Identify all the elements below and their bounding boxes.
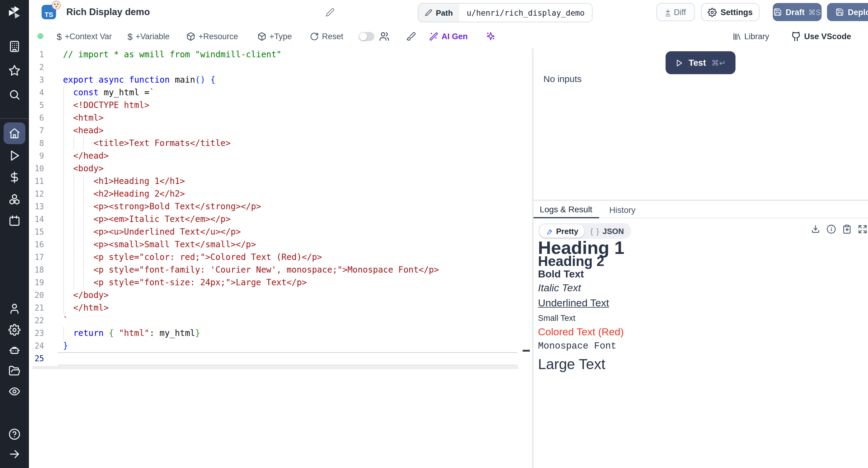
draft-button[interactable]: Draft ⌘S bbox=[773, 3, 822, 21]
add-type-button[interactable]: +Type bbox=[257, 32, 292, 41]
tab-logs-and-result[interactable]: Logs & Result bbox=[533, 201, 599, 218]
line-number: 2 bbox=[29, 61, 44, 74]
code-line-1: 1// import * as wmill from "windmill-cli… bbox=[29, 48, 533, 61]
settings-button[interactable]: Settings bbox=[701, 3, 760, 21]
runs-play-icon[interactable] bbox=[8, 150, 21, 162]
search-icon[interactable] bbox=[8, 89, 21, 101]
result-actions bbox=[810, 224, 867, 234]
workers-robot-icon[interactable] bbox=[8, 344, 21, 356]
line-number: 24 bbox=[29, 340, 44, 352]
line-number: 4 bbox=[29, 86, 44, 99]
path-input[interactable]: u/henri/rich_display_demo bbox=[459, 4, 592, 22]
add-context-var-button[interactable]: $ +Context Var bbox=[57, 31, 112, 41]
diff-icon: ± bbox=[665, 8, 670, 16]
code-line-6: 6 <html> bbox=[29, 112, 533, 124]
code-line-24: 24} bbox=[29, 340, 533, 352]
code-line-16: 16 <p><small>Small Text</small></p> bbox=[29, 238, 533, 251]
dollar-icon: $ bbox=[127, 31, 133, 41]
result-tabs: Logs & Result History bbox=[533, 201, 868, 218]
path-field[interactable]: Path u/henri/rich_display_demo bbox=[418, 3, 592, 22]
folders-icon[interactable] bbox=[8, 365, 21, 377]
sidebar-item-home[interactable] bbox=[4, 122, 25, 144]
rendered-result: Heading 1Heading 2Bold TextItalic TextUn… bbox=[538, 238, 864, 373]
expand-sidebar-arrow-icon[interactable] bbox=[8, 448, 21, 460]
library-button[interactable]: Library bbox=[732, 32, 769, 41]
package-icon bbox=[257, 32, 267, 41]
line-number: 6 bbox=[29, 112, 44, 124]
editor-toolbar: $ +Context Var $ +Variable +Resource +Ty… bbox=[29, 24, 868, 49]
library-icon bbox=[732, 32, 741, 41]
download-icon[interactable] bbox=[810, 224, 820, 234]
home-icon bbox=[8, 127, 21, 139]
view-pretty-button[interactable]: Pretty bbox=[539, 224, 584, 238]
path-label: Path bbox=[436, 8, 453, 17]
code-line-20: 20 </body> bbox=[29, 289, 533, 301]
reset-button[interactable]: Reset bbox=[310, 32, 343, 41]
info-icon[interactable] bbox=[826, 224, 836, 234]
sparkles-icon[interactable] bbox=[486, 31, 495, 41]
add-resource-label: +Resource bbox=[198, 32, 238, 41]
windmill-logo-icon[interactable] bbox=[7, 5, 22, 21]
reset-label: Reset bbox=[322, 32, 343, 41]
test-label: Test bbox=[689, 58, 706, 67]
settings-gear-icon[interactable] bbox=[8, 324, 21, 336]
code-line-17: 17 <p style="color: red;">Colored Text (… bbox=[29, 251, 533, 264]
line-number: 22 bbox=[29, 314, 44, 327]
variables-dollar-icon[interactable] bbox=[8, 171, 21, 183]
add-variable-label: +Variable bbox=[135, 32, 170, 41]
deploy-label: Deploy bbox=[848, 7, 868, 17]
line-number: 11 bbox=[29, 175, 44, 187]
package-icon bbox=[187, 32, 195, 41]
code-line-19: 19 <p style="font-size: 24px;">Large Tex… bbox=[29, 276, 533, 289]
code-line-12: 12 <h2>Heading 2</h2> bbox=[29, 187, 533, 200]
code-line-10: 10 <body> bbox=[29, 162, 533, 175]
view-json-label: JSON bbox=[602, 227, 624, 235]
line-number: 14 bbox=[29, 213, 44, 226]
expand-icon[interactable] bbox=[858, 224, 867, 234]
deploy-button[interactable]: Deploy bbox=[827, 3, 868, 21]
line-number: 18 bbox=[29, 264, 44, 276]
format-brush-icon[interactable] bbox=[407, 31, 416, 41]
diff-button[interactable]: ± Diff bbox=[656, 3, 695, 21]
sidebar-divider bbox=[0, 118, 29, 119]
test-shortcut: ⌘↵ bbox=[711, 58, 726, 67]
path-label-section: Path bbox=[418, 4, 459, 22]
run-panel: Test ⌘↵ No inputs Logs & Result History … bbox=[533, 48, 868, 468]
audit-eye-icon[interactable] bbox=[8, 385, 21, 398]
ai-gen-button[interactable]: AI Gen bbox=[430, 32, 468, 41]
line-number: 21 bbox=[29, 301, 44, 314]
add-type-label: +Type bbox=[270, 32, 292, 41]
editor-bottom-edge bbox=[33, 366, 518, 369]
pencil-icon bbox=[425, 9, 432, 16]
clipboard-copy-icon[interactable] bbox=[842, 224, 851, 234]
code-editor[interactable]: 1// import * as wmill from "windmill-cli… bbox=[29, 48, 533, 468]
use-vscode-button[interactable]: Use VScode bbox=[791, 31, 851, 41]
resources-boxes-icon[interactable] bbox=[8, 193, 21, 205]
code-line-18: 18 <p style="font-family: 'Courier New',… bbox=[29, 264, 533, 276]
code-line-8: 8 <title>Text Formats</title> bbox=[29, 137, 533, 150]
result-red: Colored Text (Red) bbox=[538, 326, 864, 338]
line-number: 7 bbox=[29, 124, 44, 137]
line-number: 15 bbox=[29, 226, 44, 238]
test-button[interactable]: Test ⌘↵ bbox=[666, 51, 735, 74]
sidebar bbox=[0, 0, 29, 468]
workspace-building-icon[interactable] bbox=[8, 40, 21, 53]
add-variable-button[interactable]: $ +Variable bbox=[127, 31, 170, 41]
favorites-star-icon[interactable] bbox=[8, 64, 21, 77]
line-number: 16 bbox=[29, 238, 44, 251]
diff-label: Diff bbox=[674, 7, 686, 17]
edit-summary-pencil-icon[interactable] bbox=[326, 8, 335, 17]
code-line-5: 5 <!DOCTYPE html> bbox=[29, 99, 533, 112]
view-json-button[interactable]: { } JSON bbox=[584, 224, 630, 238]
line-number: 9 bbox=[29, 150, 44, 162]
play-icon bbox=[675, 59, 683, 67]
page-title: Rich Display demo bbox=[66, 0, 150, 24]
code-line-21: 21 </html> bbox=[29, 301, 533, 314]
add-resource-button[interactable]: +Resource bbox=[187, 32, 238, 41]
schedules-calendar-icon[interactable] bbox=[8, 215, 21, 227]
tab-history[interactable]: History bbox=[599, 201, 646, 218]
multiplayer-toggle[interactable] bbox=[359, 32, 375, 41]
line-number: 5 bbox=[29, 99, 44, 112]
help-icon[interactable] bbox=[8, 428, 21, 440]
users-person-icon[interactable] bbox=[8, 303, 21, 315]
